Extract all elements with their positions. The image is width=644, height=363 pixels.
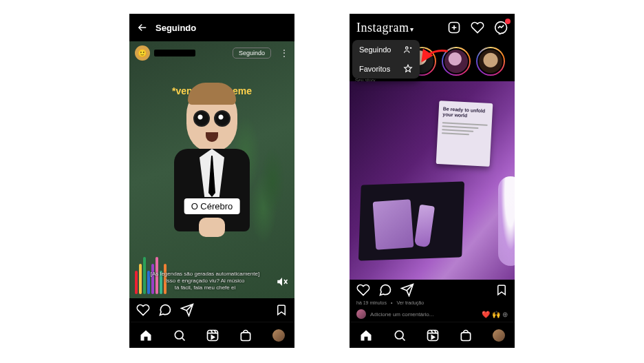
auto-subtitles: [As legendas são geradas automaticamente… [136,271,274,291]
author-username[interactable] [154,50,195,56]
caption-chip: O Cérebro [184,198,240,214]
activity-icon[interactable] [471,21,484,34]
phone-left: Seguindo 🙂 Seguindo ⋮ *vendo um meme [129,14,294,348]
comment-icon[interactable] [158,303,172,317]
quick-emoji[interactable]: ❤️ 🙌 ⊕ [482,311,508,318]
new-post-icon[interactable] [447,21,461,34]
commenter-avatar [356,309,366,319]
instagram-logo[interactable]: Instagram▾ [356,21,414,35]
nav-home-icon[interactable] [359,329,373,342]
following-header: Seguindo [129,14,294,41]
add-comment-row[interactable]: Adicione um comentário... ❤️ 🙌 ⊕ [350,308,515,322]
story-bubble[interactable] [442,47,471,76]
svg-point-5 [395,331,403,339]
video-area[interactable]: 🙂 Seguindo ⋮ *vendo um meme O Cérebr [129,41,294,298]
instagram-topbar: Instagram▾ [350,14,515,41]
svg-rect-1 [207,330,217,340]
video-person [160,90,264,255]
product-card: Be ready to unfold your world [436,101,493,167]
nav-search-icon[interactable] [173,329,186,342]
dropdown-following[interactable]: Seguindo [352,40,420,59]
svg-point-0 [175,331,183,339]
follow-button[interactable]: Seguindo [233,48,271,59]
share-icon[interactable] [180,303,194,317]
svg-rect-2 [242,332,250,340]
nav-shop-icon[interactable] [459,329,473,342]
comment-icon[interactable] [378,283,392,297]
post-actions [129,298,294,322]
nav-home-icon[interactable] [139,329,153,342]
share-icon[interactable] [400,283,414,297]
bookmark-icon[interactable] [495,284,508,296]
feed-dropdown: Seguindo Favoritos [352,40,420,79]
stories-row: Seguindo Favoritos Seu story [350,41,515,81]
video-post: 🙂 Seguindo ⋮ *vendo um meme O Cérebr [129,41,294,322]
svg-point-4 [406,47,409,50]
nav-search-icon[interactable] [393,329,407,342]
like-icon[interactable] [356,283,370,297]
nav-profile-avatar[interactable] [493,329,505,342]
mute-icon[interactable] [275,275,289,289]
phone-right: Instagram▾ Seguindo Favoritos [350,14,515,348]
bookmark-icon[interactable] [275,304,288,316]
nav-reels-icon[interactable] [206,329,219,342]
author-avatar[interactable]: 🙂 [135,45,150,61]
nav-reels-icon[interactable] [426,329,440,342]
back-icon[interactable] [136,21,149,34]
dropdown-favorites[interactable]: Favoritos [352,59,420,79]
story-bubble[interactable] [476,47,505,76]
messenger-icon[interactable] [494,21,508,34]
chevron-down-icon[interactable]: ▾ [410,25,414,33]
people-icon [403,45,413,54]
comment-placeholder: Adicione um comentário... [370,311,434,318]
nav-shop-icon[interactable] [239,329,253,342]
bottom-nav [129,322,294,348]
header-title: Seguindo [155,23,196,33]
post-actions [350,280,515,300]
feed-post-image[interactable]: Be ready to unfold your world [350,81,515,280]
star-icon [403,64,413,74]
post-header: 🙂 Seguindo ⋮ [129,41,294,65]
nav-profile-avatar[interactable] [272,329,285,342]
more-icon[interactable]: ⋮ [279,48,289,59]
svg-rect-6 [427,330,438,340]
translate-link[interactable]: Ver tradução [396,300,424,305]
like-icon[interactable] [136,303,150,317]
bottom-nav [350,322,515,348]
svg-rect-7 [462,332,471,340]
post-meta: há 19 minutos • Ver tradução [350,300,515,308]
